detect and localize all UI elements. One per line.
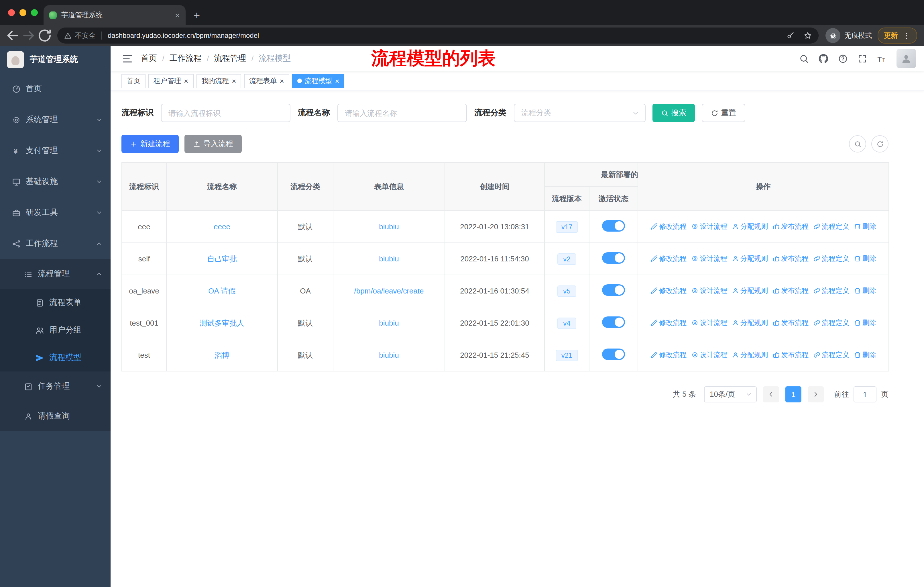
breadcrumb-item[interactable]: 工作流程 [170, 53, 201, 64]
action-publish-link[interactable]: 发布流程 [772, 318, 808, 328]
close-icon[interactable]: × [184, 77, 188, 84]
sidebar-item-infrastructure[interactable]: 基础设施 [0, 166, 111, 197]
fullscreen-icon[interactable] [858, 54, 867, 63]
action-edit-link[interactable]: 修改流程 [650, 286, 686, 296]
reload-button[interactable] [37, 28, 53, 43]
version-tag[interactable]: v17 [556, 221, 578, 232]
app-logo[interactable]: 芋道管理系统 [0, 46, 111, 73]
tab-my-process[interactable]: 我的流程× [196, 74, 241, 88]
close-icon[interactable]: × [232, 77, 236, 84]
sidebar-item-task-management[interactable]: 任务管理 [0, 372, 111, 401]
form-info-link[interactable]: biubiu [379, 351, 399, 359]
action-edit-link[interactable]: 修改流程 [650, 222, 686, 231]
action-design-link[interactable]: 设计流程 [691, 254, 727, 264]
help-icon[interactable] [838, 54, 848, 63]
new-tab-button[interactable]: + [194, 10, 200, 21]
reset-button[interactable]: 重置 [702, 104, 745, 122]
breadcrumb-item[interactable]: 流程管理 [214, 53, 246, 64]
active-status-toggle[interactable] [602, 284, 625, 296]
browser-update-button[interactable]: 更新 [878, 28, 917, 43]
process-name-link[interactable]: 滔博 [214, 351, 229, 359]
breadcrumb-item[interactable]: 首页 [141, 53, 157, 64]
import-process-button[interactable]: 导入流程 [185, 135, 242, 153]
version-tag[interactable]: v21 [556, 349, 578, 361]
action-definition-link[interactable]: 流程定义 [813, 318, 849, 328]
action-publish-link[interactable]: 发布流程 [772, 222, 808, 231]
active-status-toggle[interactable] [602, 316, 625, 328]
process-category-select[interactable]: 流程分类 [514, 104, 645, 122]
active-status-toggle[interactable] [602, 349, 625, 360]
sidebar-item-process-form[interactable]: 流程表单 [0, 289, 111, 316]
create-process-button[interactable]: 新建流程 [121, 135, 179, 153]
action-assign-rule-link[interactable]: 分配规则 [732, 286, 768, 296]
action-delete-link[interactable]: 删除 [854, 286, 876, 296]
tab-process-model[interactable]: 流程模型× [292, 74, 345, 88]
table-search-toggle-button[interactable] [849, 135, 866, 152]
window-close-button[interactable] [8, 9, 15, 16]
browser-menu-icon[interactable] [902, 31, 911, 40]
action-edit-link[interactable]: 修改流程 [650, 318, 686, 328]
process-name-link[interactable]: 测试多审批人 [200, 318, 244, 327]
action-design-link[interactable]: 设计流程 [691, 222, 727, 231]
tab-close-icon[interactable]: × [175, 11, 180, 20]
action-edit-link[interactable]: 修改流程 [650, 254, 686, 264]
action-definition-link[interactable]: 流程定义 [813, 222, 849, 231]
form-info-link[interactable]: biubiu [379, 222, 399, 231]
active-status-toggle[interactable] [602, 220, 625, 231]
font-size-icon[interactable]: TT [877, 54, 887, 63]
tab-home[interactable]: 首页 [121, 74, 145, 88]
process-name-link[interactable]: 自己审批 [207, 254, 237, 263]
page-number-button[interactable]: 1 [785, 386, 802, 402]
action-publish-link[interactable]: 发布流程 [772, 254, 808, 264]
action-definition-link[interactable]: 流程定义 [813, 254, 849, 264]
action-design-link[interactable]: 设计流程 [691, 350, 727, 360]
tab-tenant-management[interactable]: 租户管理× [148, 74, 193, 88]
header-search-button[interactable] [799, 54, 809, 63]
action-publish-link[interactable]: 发布流程 [772, 350, 808, 360]
sidebar-item-system[interactable]: 系统管理 [0, 104, 111, 135]
version-tag[interactable]: v4 [558, 317, 576, 329]
process-name-link[interactable]: eeee [214, 222, 230, 231]
next-page-button[interactable] [808, 386, 824, 402]
tab-process-form[interactable]: 流程表单× [244, 74, 289, 88]
window-minimize-button[interactable] [20, 9, 26, 16]
forward-button[interactable] [21, 28, 37, 43]
back-button[interactable] [5, 28, 21, 43]
form-info-link[interactable]: /bpm/oa/leave/create [354, 287, 424, 295]
close-icon[interactable]: × [280, 77, 284, 84]
action-definition-link[interactable]: 流程定义 [813, 286, 849, 296]
sidebar-item-dev-tools[interactable]: 研发工具 [0, 197, 111, 228]
sidebar-item-home[interactable]: 首页 [0, 73, 111, 104]
sidebar-item-user-group[interactable]: 用户分组 [0, 316, 111, 344]
page-size-select[interactable]: 10条/页 [704, 386, 757, 402]
bookmark-star-icon[interactable] [804, 31, 812, 40]
action-delete-link[interactable]: 删除 [854, 254, 876, 264]
process-name-link[interactable]: OA 请假 [208, 286, 236, 295]
action-assign-rule-link[interactable]: 分配规则 [732, 350, 768, 360]
action-delete-link[interactable]: 删除 [854, 318, 876, 328]
sidebar-collapse-button[interactable] [122, 53, 133, 64]
action-delete-link[interactable]: 删除 [854, 350, 876, 360]
search-button[interactable]: 搜索 [652, 104, 695, 122]
form-info-link[interactable]: biubiu [379, 319, 399, 327]
close-icon[interactable]: × [335, 77, 340, 84]
action-assign-rule-link[interactable]: 分配规则 [732, 222, 768, 231]
form-info-link[interactable]: biubiu [379, 255, 399, 263]
action-delete-link[interactable]: 删除 [854, 222, 876, 231]
process-id-input[interactable] [161, 104, 290, 122]
version-tag[interactable]: v5 [558, 285, 576, 297]
action-design-link[interactable]: 设计流程 [691, 318, 727, 328]
table-refresh-button[interactable] [871, 135, 888, 152]
sidebar-item-workflow[interactable]: 工作流程 [0, 228, 111, 259]
sidebar-item-payment[interactable]: ¥支付管理 [0, 135, 111, 166]
action-publish-link[interactable]: 发布流程 [772, 286, 808, 296]
version-tag[interactable]: v2 [558, 253, 576, 265]
password-key-icon[interactable] [787, 31, 795, 40]
window-zoom-button[interactable] [31, 9, 38, 16]
action-definition-link[interactable]: 流程定义 [813, 350, 849, 360]
sidebar-item-process-model[interactable]: 流程模型 [0, 344, 111, 372]
sidebar-item-process-management[interactable]: 流程管理 [0, 259, 111, 289]
goto-page-input[interactable] [853, 386, 876, 402]
github-icon[interactable] [818, 54, 828, 63]
active-status-toggle[interactable] [602, 252, 625, 264]
